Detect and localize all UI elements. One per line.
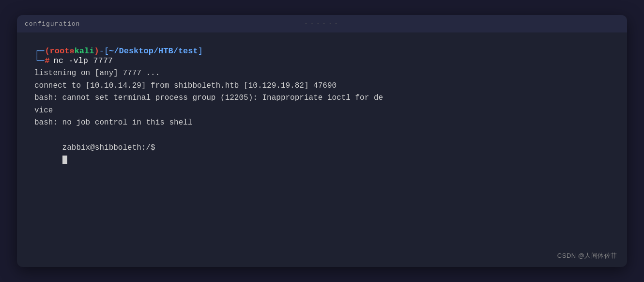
prompt-command: nc -vlp 7777 — [54, 56, 113, 65]
output-line-4: vice — [34, 105, 610, 117]
output-line-1: listening on [any] 7777 ... — [34, 67, 610, 80]
prompt-dash: - — [99, 47, 104, 56]
output-line-5: bash: no job control in this shell — [34, 117, 610, 129]
bracket-top: ┌─ — [34, 47, 44, 56]
cursor — [62, 156, 67, 164]
titlebar-dots: ······ — [304, 20, 340, 28]
terminal-window: configuration ······ ┌─ ( root ⊛ kali ) … — [17, 15, 627, 267]
prompt-user-text: root — [50, 47, 70, 56]
prompt-host: kali — [75, 47, 94, 56]
prompt-hash: # — [45, 56, 49, 65]
prompt-line2: └─ # nc -vlp 7777 — [34, 56, 610, 65]
bracket-bottom: └─ — [34, 56, 44, 65]
watermark: CSDN @人间体佐菲 — [557, 251, 617, 260]
prompt-paren-close: ) — [94, 47, 99, 56]
output-line-2: connect to [10.10.14.29] from shibboleth… — [34, 80, 610, 93]
titlebar: configuration ······ — [17, 15, 627, 32]
final-prompt-text: zabbix@shibboleth:/$ — [62, 143, 155, 152]
prompt-path: ~/Desktop/HTB/test — [109, 47, 198, 56]
prompt-bracket-close: ] — [198, 47, 203, 56]
titlebar-label: configuration — [25, 20, 80, 28]
output-line-3: bash: cannot set terminal process group … — [34, 92, 610, 105]
prompt-wrapper: ┌─ ( root ⊛ kali ) - [ ~/Desktop/HTB/tes… — [34, 46, 610, 65]
output-line-6: zabbix@shibboleth:/$ — [34, 129, 610, 179]
prompt-user: ( — [45, 47, 49, 56]
terminal-body[interactable]: ┌─ ( root ⊛ kali ) - [ ~/Desktop/HTB/tes… — [17, 32, 627, 267]
prompt-line1: ┌─ ( root ⊛ kali ) - [ ~/Desktop/HTB/tes… — [34, 46, 610, 56]
prompt-bracket-open: [ — [104, 47, 109, 56]
prompt-at: ⊛ — [69, 46, 74, 56]
